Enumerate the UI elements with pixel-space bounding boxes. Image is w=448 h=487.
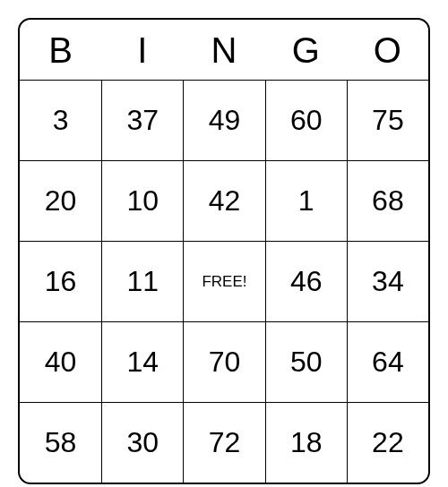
bingo-cell[interactable]: 34 [347, 241, 428, 321]
bingo-cell[interactable]: 58 [20, 402, 101, 483]
bingo-cell[interactable]: 50 [265, 321, 347, 402]
bingo-cell[interactable]: 42 [183, 160, 264, 241]
bingo-cell[interactable]: 49 [183, 80, 264, 160]
bingo-cell[interactable]: 75 [347, 80, 428, 160]
bingo-cell[interactable]: 1 [265, 160, 347, 241]
bingo-cell[interactable]: 20 [20, 160, 101, 241]
bingo-cell[interactable]: 72 [183, 402, 264, 483]
bingo-cell[interactable]: 68 [347, 160, 428, 241]
bingo-cell[interactable]: 30 [101, 402, 183, 483]
bingo-card: B I N G O 3 37 49 60 75 20 10 42 1 68 16… [18, 18, 430, 484]
bingo-free-cell[interactable]: FREE! [183, 241, 264, 321]
bingo-grid: 3 37 49 60 75 20 10 42 1 68 16 11 FREE! … [20, 80, 428, 483]
header-i: I [101, 20, 183, 80]
bingo-cell[interactable]: 37 [101, 80, 183, 160]
bingo-cell[interactable]: 10 [101, 160, 183, 241]
bingo-cell[interactable]: 22 [347, 402, 428, 483]
header-g: G [265, 20, 347, 80]
bingo-cell[interactable]: 16 [20, 241, 101, 321]
bingo-cell[interactable]: 14 [101, 321, 183, 402]
bingo-cell[interactable]: 40 [20, 321, 101, 402]
bingo-cell[interactable]: 3 [20, 80, 101, 160]
bingo-cell[interactable]: 64 [347, 321, 428, 402]
bingo-cell[interactable]: 46 [265, 241, 347, 321]
bingo-cell[interactable]: 70 [183, 321, 264, 402]
bingo-header-row: B I N G O [20, 20, 428, 80]
header-o: O [347, 20, 428, 80]
header-b: B [20, 20, 101, 80]
bingo-cell[interactable]: 11 [101, 241, 183, 321]
bingo-cell[interactable]: 60 [265, 80, 347, 160]
header-n: N [183, 20, 264, 80]
bingo-cell[interactable]: 18 [265, 402, 347, 483]
